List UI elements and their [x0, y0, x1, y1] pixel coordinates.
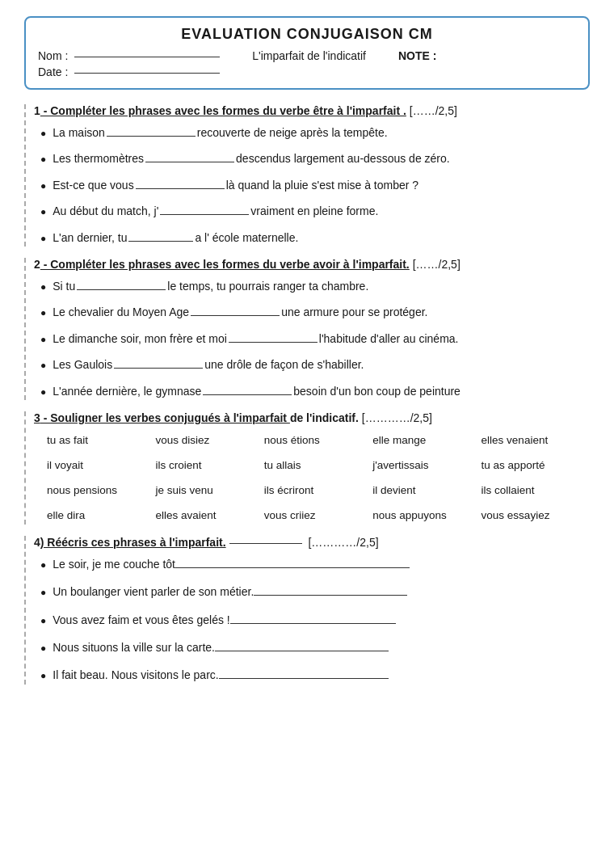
verb-cell: il voyait: [47, 456, 155, 474]
list-item: Nous situons la ville sur la carte.: [40, 638, 590, 656]
verb-row-1: tu as fait vous disiez nous étions elle …: [40, 431, 590, 449]
list-item: Le chevalier du Moyen Age une armure pou…: [40, 303, 590, 321]
verb-cell: elles venaient: [482, 431, 590, 449]
list-item: Est-ce que vous là quand la pluie s'est …: [40, 176, 590, 194]
verb-row-2: il voyait ils croient tu allais j'averti…: [40, 456, 590, 474]
date-dots: [74, 73, 220, 74]
section-2: 2 - Compléter les phrases avec les forme…: [24, 258, 590, 400]
nom-dots: [74, 57, 220, 57]
blank: [229, 342, 318, 343]
section-1: 1 - Compléter les phrases avec les forme…: [24, 104, 590, 246]
section-1-title: 1 - Compléter les phrases avec les forme…: [34, 104, 590, 117]
verb-cell: ils écriront: [264, 481, 372, 499]
header-row-nom: Nom : L'imparfait de l'indicatif NOTE :: [38, 49, 576, 62]
date-label: Date :: [38, 65, 220, 78]
verb-cell: vous disiez: [155, 431, 263, 449]
verb-cell: tu as apporté: [482, 456, 590, 474]
verb-cell: je suis venu: [155, 481, 263, 499]
verb-cell: j'avertissais: [372, 456, 481, 474]
list-item: Un boulanger vient parler de son métier.: [40, 583, 590, 600]
verb-row-4: elle dira elles avaient vous criiez nous…: [40, 506, 590, 525]
verb-cell: ils croient: [155, 456, 263, 474]
verb-grid: tu as fait vous disiez nous étions elle …: [34, 431, 590, 525]
verb-row-3: nous pensions je suis venu ils écriront …: [40, 481, 590, 499]
section-4-underline: [229, 543, 302, 544]
answer-blank: [254, 595, 407, 596]
list-item: Vous avez faim et vous êtes gelés !: [40, 611, 590, 629]
verb-cell: vous criiez: [264, 506, 372, 525]
section-4-list: Le soir, je me couche tôt Un boulanger v…: [34, 555, 590, 685]
section-3: 3 - Souligner les verbes conjugués à l'i…: [24, 411, 590, 525]
list-item: Le soir, je me couche tôt: [40, 555, 590, 573]
list-item: Il fait beau. Nous visitons le parc.: [40, 666, 590, 684]
note-label: NOTE :: [398, 49, 436, 62]
imparfait-label: L'imparfait de l'indicatif: [252, 49, 366, 62]
answer-blank: [175, 567, 410, 568]
section-2-title: 2 - Compléter les phrases avec les forme…: [34, 258, 590, 271]
list-item: Au début du match, j' vraiment en pleine…: [40, 202, 590, 220]
header-box: EVALUATION CONJUGAISON CM Nom : L'imparf…: [24, 16, 590, 90]
answer-blank: [230, 623, 396, 624]
verb-cell: tu allais: [264, 456, 372, 474]
verb-cell: elle mange: [372, 431, 481, 449]
list-item: Les thermomètres descendus largement au-…: [40, 150, 590, 167]
page-title: EVALUATION CONJUGAISON CM: [38, 26, 576, 43]
blank: [145, 162, 234, 162]
blank: [114, 368, 203, 369]
verb-cell: nous étions: [264, 431, 372, 449]
list-item: L'année dernière, le gymnase besoin d'un…: [40, 382, 590, 400]
header-row-date: Date :: [38, 65, 576, 78]
section-1-list: La maison recouverte de neige après la t…: [34, 124, 590, 246]
blank: [160, 214, 249, 215]
section-4: 4) Réécris ces phrases à l'imparfait. [……: [24, 536, 590, 685]
blank: [191, 315, 280, 316]
section-3-title: 3 - Souligner les verbes conjugués à l'i…: [34, 411, 590, 424]
verb-cell: tu as fait: [47, 431, 155, 449]
header-info: Nom : L'imparfait de l'indicatif NOTE : …: [38, 49, 576, 78]
section-2-list: Si tu le temps, tu pourrais ranger ta ch…: [34, 277, 590, 400]
blank: [128, 241, 193, 242]
blank: [107, 136, 196, 137]
list-item: Le dimanche soir, mon frère et moil'habi…: [40, 330, 590, 348]
list-item: La maison recouverte de neige après la t…: [40, 124, 590, 141]
verb-cell: il devient: [372, 481, 481, 499]
list-item: L'an dernier, tu a l' école maternelle.: [40, 229, 590, 246]
blank: [136, 188, 225, 189]
blank: [77, 289, 166, 290]
list-item: Si tu le temps, tu pourrais ranger ta ch…: [40, 277, 590, 295]
section-4-title: 4) Réécris ces phrases à l'imparfait. [……: [34, 536, 590, 549]
list-item: Les Gaulois une drôle de façon de s'habi…: [40, 356, 590, 373]
verb-cell: elle dira: [47, 506, 155, 525]
verb-cell: elles avaient: [155, 506, 263, 525]
nom-label: Nom :: [38, 49, 220, 62]
answer-blank: [219, 678, 389, 679]
answer-blank: [215, 651, 389, 651]
blank: [203, 394, 292, 395]
verb-cell: ils collaient: [482, 481, 590, 499]
verb-cell: vous essayiez: [482, 506, 590, 525]
verb-cell: nous appuyons: [372, 506, 481, 525]
verb-cell: nous pensions: [47, 481, 155, 499]
